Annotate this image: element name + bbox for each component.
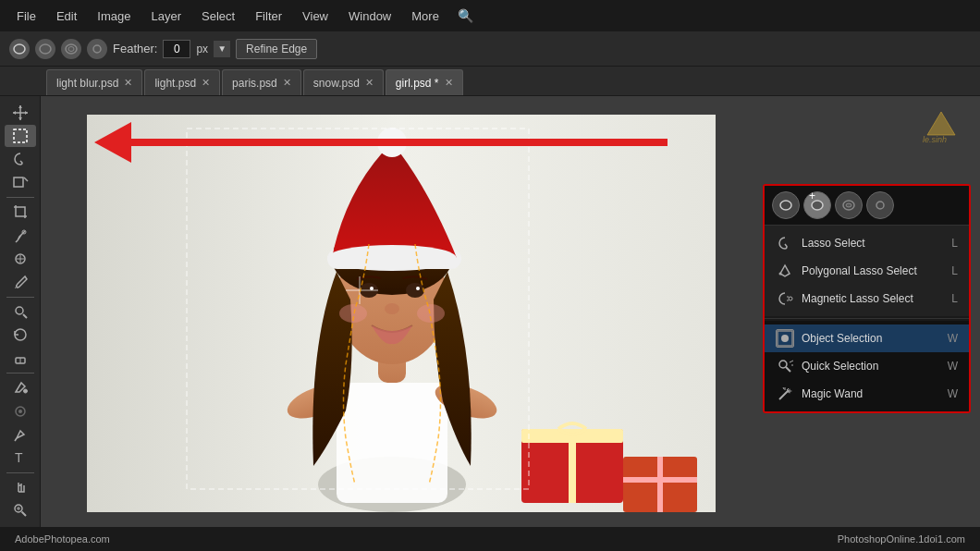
tab-label: light blur.psd	[56, 77, 118, 90]
history-brush-tool[interactable]	[5, 324, 36, 346]
rectangular-marquee-tool[interactable]	[5, 125, 36, 146]
svg-line-22	[21, 512, 26, 517]
svg-line-19	[15, 438, 17, 441]
polygonal-lasso-icon	[776, 262, 794, 280]
svg-point-34	[406, 283, 424, 298]
menu-edit[interactable]: Edit	[47, 6, 86, 27]
left-toolbar: T	[0, 96, 41, 527]
search-icon[interactable]: 🔍	[450, 5, 481, 27]
tab-girl[interactable]: girl.psd * ✕	[386, 69, 463, 95]
popup-lasso-icon-1[interactable]	[772, 191, 800, 219]
popup-lasso-icon-2[interactable]	[803, 191, 831, 219]
paint-bucket-tool[interactable]	[5, 377, 36, 398]
tab-snow[interactable]: snow.psd ✕	[303, 69, 384, 95]
object-selection-label: Object Selection	[802, 332, 940, 345]
healing-brush-tool[interactable]	[5, 248, 36, 269]
eyedropper-tool[interactable]	[5, 225, 36, 246]
clone-stamp-tool[interactable]	[5, 300, 36, 322]
popup-section-selection: Object Selection W Quick Selection	[765, 321, 969, 411]
menu-window[interactable]: Window	[339, 6, 400, 27]
menu-view[interactable]: View	[293, 6, 337, 27]
toolbar-divider-1	[6, 197, 34, 198]
svg-point-57	[779, 273, 782, 276]
type-tool[interactable]: T	[5, 447, 36, 469]
quick-select-tool[interactable]	[5, 172, 36, 193]
menu-file[interactable]: File	[7, 6, 45, 27]
logo-watermark: le.sinh	[913, 107, 969, 147]
lasso-tool-option-3[interactable]	[61, 39, 81, 59]
popup-lasso-icon-4[interactable]	[866, 191, 894, 219]
svg-point-55	[846, 203, 851, 207]
magic-wand-label: Magic Wand	[802, 387, 940, 400]
tab-label: snow.psd	[313, 77, 360, 90]
refine-edge-button[interactable]: Refine Edge	[236, 39, 317, 59]
tab-close-paris[interactable]: ✕	[283, 77, 291, 89]
magnetic-lasso-item[interactable]: Magnetic Lasso Select L	[765, 285, 969, 312]
object-selection-item[interactable]: Object Selection W	[765, 324, 969, 352]
brush-tool[interactable]	[5, 271, 36, 292]
pen-tool[interactable]	[5, 423, 36, 445]
svg-point-16	[23, 389, 27, 393]
tab-paris[interactable]: paris.psd ✕	[222, 69, 301, 95]
object-selection-shortcut: W	[948, 332, 958, 345]
svg-text:le.sinh: le.sinh	[923, 135, 947, 144]
popup-divider	[765, 318, 969, 319]
tab-light[interactable]: light.psd ✕	[144, 69, 220, 95]
tab-light-blur[interactable]: light blur.psd ✕	[46, 69, 142, 95]
move-tool[interactable]	[5, 102, 36, 123]
tabs-bar: light blur.psd ✕ light.psd ✕ paris.psd ✕…	[0, 67, 980, 96]
lasso-tool-option-4[interactable]	[87, 39, 107, 59]
lasso-select-label: Lasso Select	[802, 237, 944, 250]
photo-background	[87, 115, 716, 512]
menu-bar: File Edit Image Layer Select Filter View…	[0, 0, 980, 31]
blur-tool[interactable]	[5, 400, 36, 422]
canvas-area[interactable]: +	[41, 96, 980, 527]
polygonal-lasso-item[interactable]: Polygonal Lasso Select L	[765, 257, 969, 285]
menu-image[interactable]: Image	[88, 6, 140, 27]
arrow-line	[131, 139, 668, 146]
magic-wand-shortcut: W	[948, 387, 958, 400]
svg-point-56	[876, 202, 884, 209]
magnetic-lasso-icon	[776, 289, 794, 308]
menu-select[interactable]: Select	[192, 6, 244, 27]
plus-icon: +	[809, 190, 815, 202]
svg-point-36	[416, 287, 420, 290]
polygonal-lasso-shortcut: L	[951, 264, 958, 277]
svg-point-35	[370, 287, 374, 290]
object-select-icon	[776, 329, 794, 348]
popup-lasso-icon-3[interactable]	[835, 191, 863, 219]
feather-label: Feather:	[113, 42, 157, 55]
svg-line-64	[790, 361, 793, 362]
menu-filter[interactable]: Filter	[246, 6, 291, 27]
eraser-tool[interactable]	[5, 348, 36, 369]
quick-selection-item[interactable]: Quick Selection W	[765, 352, 969, 380]
quick-selection-label: Quick Selection	[802, 360, 940, 373]
zoom-tool[interactable]	[5, 500, 36, 521]
menu-layer[interactable]: Layer	[142, 6, 191, 27]
magnetic-lasso-label: Magnetic Lasso Select	[802, 292, 944, 305]
svg-point-0	[14, 44, 25, 54]
crop-tool[interactable]	[5, 202, 36, 223]
toolbar-divider-2	[6, 297, 34, 298]
lasso-tool[interactable]	[5, 149, 36, 170]
lasso-select-item[interactable]: Lasso Select L	[765, 229, 969, 257]
tab-close-light-blur[interactable]: ✕	[124, 77, 132, 89]
svg-point-12	[16, 307, 23, 314]
menu-more[interactable]: More	[402, 6, 448, 27]
lasso-tool-option-2[interactable]	[35, 39, 55, 59]
feather-unit: px	[196, 43, 208, 55]
polygonal-lasso-label: Polygonal Lasso Select	[802, 264, 944, 277]
tab-close-snow[interactable]: ✕	[365, 77, 374, 89]
tab-close-girl[interactable]: ✕	[445, 77, 453, 89]
svg-point-52	[780, 201, 791, 210]
arrow-head	[94, 122, 131, 163]
feather-input[interactable]	[163, 40, 190, 58]
feather-dropdown[interactable]: ▼	[214, 41, 230, 57]
magic-wand-item[interactable]: Magic Wand W	[765, 380, 969, 408]
svg-point-42	[327, 245, 457, 271]
hand-tool[interactable]	[5, 477, 36, 498]
tab-close-light[interactable]: ✕	[202, 77, 210, 89]
lasso-select-icon	[776, 234, 794, 252]
lasso-tool-option-1[interactable]	[9, 39, 30, 59]
magnetic-lasso-shortcut: L	[951, 292, 958, 305]
